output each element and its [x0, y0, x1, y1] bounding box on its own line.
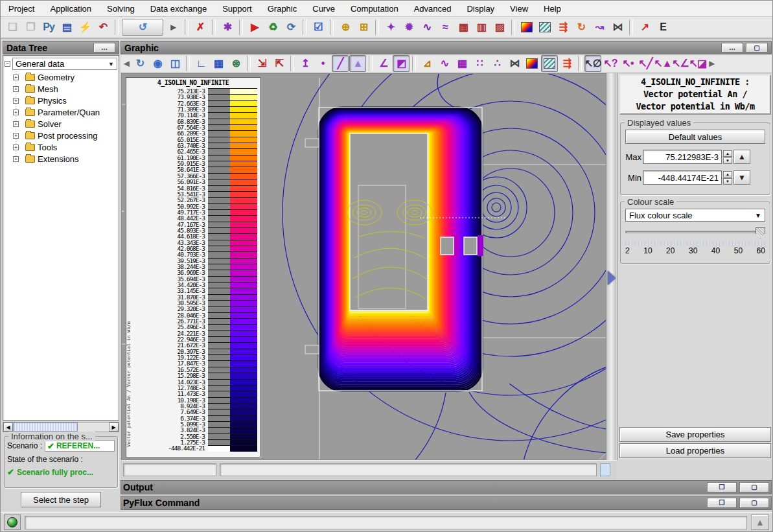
expand-icon[interactable]: +: [13, 110, 19, 115]
load-properties-button[interactable]: Load properties: [619, 443, 771, 458]
menu-application[interactable]: Application: [50, 4, 91, 14]
select-none-button[interactable]: ↖∅: [584, 55, 601, 72]
min-spinner[interactable]: ▲ ▼: [723, 171, 732, 185]
coordinate-system-button[interactable]: ↥: [297, 55, 314, 72]
slider-track[interactable]: [625, 231, 760, 233]
menu-help[interactable]: Help: [544, 4, 561, 14]
default-values-button[interactable]: Default values: [625, 130, 765, 144]
show-mesh-button[interactable]: ▦: [454, 55, 470, 72]
scroll-right-button[interactable]: ▸: [707, 55, 716, 72]
min-value-input[interactable]: -448.44174E-21: [643, 170, 722, 185]
expand-icon[interactable]: +: [13, 133, 19, 139]
curve-vs-time-button[interactable]: ∿: [419, 19, 435, 36]
revert-project-button[interactable]: ↶: [95, 19, 111, 36]
tree-item-parameter-quan[interactable]: +Parameter/Quan: [13, 106, 117, 118]
chart-io-clock-button[interactable]: ▦: [455, 19, 472, 36]
scrollbar-thumb[interactable]: [13, 422, 78, 432]
tree-item-post-processing[interactable]: +Post processing: [13, 130, 117, 141]
new-scenario-button[interactable]: ✱: [219, 19, 236, 36]
show-volumes-button[interactable]: ◩: [393, 55, 410, 72]
python-editor-button[interactable]: Py: [40, 19, 57, 36]
standard-views-button[interactable]: ▦: [210, 55, 227, 72]
check-physics-button[interactable]: ☑: [310, 19, 327, 36]
output-float-button[interactable]: ❐: [707, 482, 737, 492]
menu-display[interactable]: Display: [467, 4, 494, 14]
select-polyline-button[interactable]: ↖∠: [672, 55, 689, 72]
export-image-button[interactable]: ⇱: [271, 55, 288, 72]
show-points-button[interactable]: •: [314, 55, 331, 72]
menu-support[interactable]: Support: [222, 4, 252, 14]
tree-item-solver[interactable]: +Solver: [13, 118, 117, 130]
save-project-button[interactable]: ▤: [58, 19, 75, 36]
pyflux-maximize-button[interactable]: ▢: [739, 498, 769, 508]
new-project-button[interactable]: ❏: [4, 19, 21, 36]
scroll-left-button[interactable]: ◂: [122, 55, 131, 72]
compute-point-button[interactable]: ⊕: [337, 19, 354, 36]
tree-item-physics[interactable]: +Physics: [13, 95, 117, 106]
tree-horizontal-scrollbar[interactable]: ◀ ▶: [3, 422, 119, 432]
spin-down-icon[interactable]: ▼: [723, 157, 732, 164]
expand-icon[interactable]: +: [13, 86, 19, 92]
select-point-button[interactable]: ↖•: [619, 55, 636, 72]
arrows-path-button[interactable]: ↝: [591, 19, 608, 36]
delete-results-button[interactable]: ✗: [192, 19, 209, 36]
zoom-button[interactable]: ◉: [149, 55, 166, 72]
max-value-input[interactable]: 75.212983E-3: [643, 150, 722, 164]
colour-scale-combobox[interactable]: Flux colour scale ▼: [625, 209, 765, 222]
show-lines-button[interactable]: ╱: [332, 55, 349, 72]
output-panel-bar[interactable]: Output ❐ ▢: [121, 480, 772, 494]
menu-solving[interactable]: Solving: [107, 4, 135, 14]
menu-curve[interactable]: Curve: [312, 4, 335, 14]
max-step-up-button[interactable]: ▲: [733, 150, 750, 164]
strip-mini-button[interactable]: [600, 463, 610, 476]
menu-data-exchange[interactable]: Data exchange: [150, 4, 207, 14]
run-python-file-button[interactable]: ⚡: [76, 19, 93, 36]
data-tree-menu-button[interactable]: …: [93, 43, 115, 52]
spin-up-icon[interactable]: ▲: [723, 150, 732, 157]
graphic-minimize-button[interactable]: …: [721, 43, 743, 52]
show-samples-button[interactable]: ∴: [489, 55, 505, 72]
arrows-field-button[interactable]: ⇶: [555, 19, 571, 36]
show-nodes-button[interactable]: ∷: [471, 55, 488, 72]
open-project-button[interactable]: ❐: [22, 19, 39, 36]
spin-up-icon[interactable]: ▲: [723, 171, 732, 178]
save-properties-button[interactable]: Save properties: [619, 427, 771, 442]
compute-region-button[interactable]: ⊞: [355, 19, 372, 36]
undo-list-button[interactable]: ▸: [165, 19, 181, 36]
select-face-button[interactable]: ↖▲: [654, 55, 671, 72]
scroll-right-arrow[interactable]: ▶: [109, 422, 119, 432]
menu-project[interactable]: Project: [8, 4, 34, 14]
isolines-button[interactable]: [541, 55, 558, 72]
vector-display-button[interactable]: ↗: [636, 19, 653, 36]
select-volume-button[interactable]: ↖◪: [689, 55, 706, 72]
color-map-button[interactable]: [524, 55, 540, 72]
min-step-down-button[interactable]: ▼: [733, 170, 750, 185]
rotate-view-button[interactable]: ⊛: [227, 55, 244, 72]
pyflux-float-button[interactable]: ❐: [707, 498, 737, 508]
select-line-button[interactable]: ↖╱: [637, 55, 654, 72]
expand-icon[interactable]: +: [13, 156, 19, 162]
show-faces-button[interactable]: ▲: [349, 55, 366, 72]
graphic-maximize-button[interactable]: ▢: [746, 43, 768, 52]
refresh-view-button[interactable]: ↻: [132, 55, 148, 72]
field-arrows-button[interactable]: ⇶: [559, 55, 575, 72]
slider-handle[interactable]: [756, 227, 765, 238]
import-image-button[interactable]: ⇲: [253, 55, 270, 72]
solve-scenario-button[interactable]: ▶: [246, 19, 263, 36]
expand-up-button[interactable]: ▲: [751, 515, 769, 530]
max-spinner[interactable]: ▲ ▼: [723, 150, 732, 164]
compute-grid-button[interactable]: ✹: [400, 19, 417, 36]
arrows-loop-button[interactable]: ↻: [573, 19, 590, 36]
tree-item-extensions[interactable]: +Extensions: [13, 153, 117, 165]
show-polyline-button[interactable]: ∠: [375, 55, 392, 72]
axes-xy-button[interactable]: ∟: [192, 55, 209, 72]
pyflux-panel-bar[interactable]: PyFlux Command ❐ ▢: [121, 496, 772, 510]
axes-3d-button[interactable]: ⊿: [419, 55, 435, 72]
electric-field-button[interactable]: E: [654, 19, 671, 36]
tree-root-combobox[interactable]: General data ▼: [12, 58, 117, 70]
output-maximize-button[interactable]: ▢: [739, 482, 769, 492]
collapse-icon[interactable]: −: [5, 61, 10, 67]
scroll-left-arrow[interactable]: ◀: [3, 422, 13, 432]
spin-down-icon[interactable]: ▼: [723, 178, 732, 185]
expand-panel-arrow-icon[interactable]: [608, 271, 616, 285]
